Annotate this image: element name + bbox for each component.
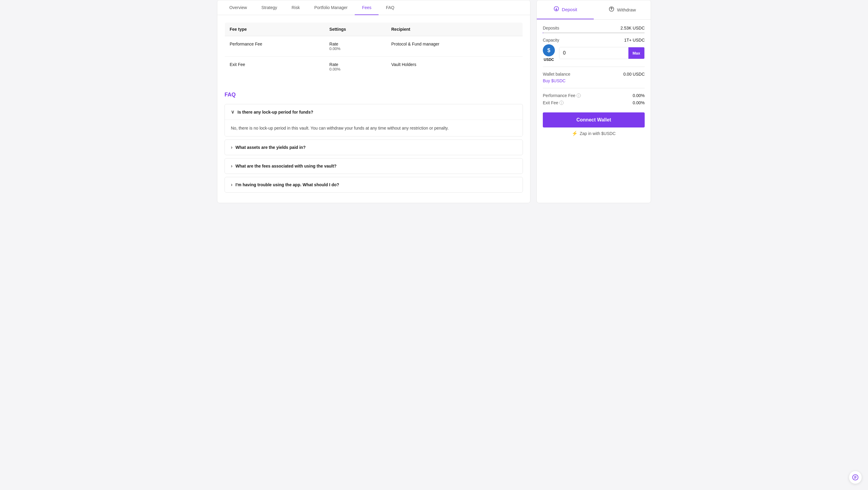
tab-deposit[interactable]: Deposit xyxy=(537,0,594,19)
info-icon[interactable]: i xyxy=(559,101,564,105)
zap-row[interactable]: ⚡ Zap in with $USDC xyxy=(543,130,645,136)
wallet-balance-value: 0.00 USDC xyxy=(623,72,645,76)
tab-risk[interactable]: Risk xyxy=(284,0,307,15)
capacity-row: Capacity 1T+ USDC xyxy=(543,38,645,42)
progress-bar-fill xyxy=(543,32,543,33)
deposits-row: Deposits 2.53K USDC xyxy=(543,26,645,30)
tab-strategy[interactable]: Strategy xyxy=(254,0,284,15)
col-recipient: Recipient xyxy=(386,23,523,36)
fee-settings-performance: Rate 0.00% xyxy=(324,36,386,57)
col-settings: Settings xyxy=(324,23,386,36)
tab-fees[interactable]: Fees xyxy=(355,0,378,15)
exit-fee-row: Exit Fee i 0.00% xyxy=(543,100,645,105)
faq-question-trouble[interactable]: › I'm having trouble using the app. What… xyxy=(225,177,523,192)
table-row: Exit Fee Rate 0.00% Vault Holders xyxy=(225,57,523,77)
deposits-value: 2.53K USDC xyxy=(621,26,645,30)
wallet-balance-label: Wallet balance xyxy=(543,72,570,76)
divider xyxy=(543,67,645,67)
fee-recipient-performance: Protocol & Fund manager xyxy=(386,36,523,57)
deposits-label: Deposits xyxy=(543,26,559,30)
zap-label: Zap in with $USDC xyxy=(580,131,615,136)
faq-question-text: I'm having trouble using the app. What s… xyxy=(236,182,339,187)
main-panel: Overview Strategy Risk Portfolio Manager… xyxy=(217,0,530,203)
faq-item-fees: › What are the fees associated with usin… xyxy=(224,158,523,174)
withdraw-tab-label: Withdraw xyxy=(617,7,636,12)
capacity-value: 1T+ USDC xyxy=(624,38,645,42)
fee-recipient-exit: Vault Holders xyxy=(386,57,523,77)
faq-section: FAQ ∨ Is there any lock-up period for fu… xyxy=(217,84,530,203)
usdc-icon: $ xyxy=(543,44,555,56)
chevron-right-icon: › xyxy=(231,182,232,187)
nav-tabs: Overview Strategy Risk Portfolio Manager… xyxy=(217,0,530,15)
fees-section: Fee type Settings Recipient Performance … xyxy=(217,15,530,84)
table-row: Performance Fee Rate 0.00% Protocol & Fu… xyxy=(225,36,523,57)
zap-icon: ⚡ xyxy=(572,130,578,136)
amount-input[interactable] xyxy=(559,47,628,59)
faq-item-trouble: › I'm having trouble using the app. What… xyxy=(224,177,523,192)
faq-answer-lockup: No, there is no lock-up period in this v… xyxy=(225,120,523,136)
performance-fee-row: Performance Fee i 0.00% xyxy=(543,93,645,98)
chevron-right-icon: › xyxy=(231,163,232,169)
exit-fee-label: Exit Fee i xyxy=(543,100,564,105)
capacity-label: Capacity xyxy=(543,38,559,42)
max-button[interactable]: Max xyxy=(628,47,644,59)
usdc-input-row: $ USDC Max xyxy=(543,44,645,62)
chevron-down-icon: ∨ xyxy=(231,109,235,115)
fees-table: Fee type Settings Recipient Performance … xyxy=(224,22,523,77)
chevron-right-icon: › xyxy=(231,145,232,150)
tab-withdraw[interactable]: Withdraw xyxy=(594,0,651,19)
fee-type-performance: Performance Fee xyxy=(225,36,324,57)
buy-usdc-link[interactable]: Buy $USDC xyxy=(543,78,565,83)
tab-overview[interactable]: Overview xyxy=(222,0,254,15)
tab-portfolio-manager[interactable]: Portfolio Manager xyxy=(307,0,355,15)
usdc-icon-wrapper: $ USDC xyxy=(543,44,555,62)
right-panel: Deposit Withdraw Deposits 2.53K USDC xyxy=(536,0,651,203)
connect-wallet-button[interactable]: Connect Wallet xyxy=(543,113,645,127)
deposit-tab-label: Deposit xyxy=(562,7,577,12)
faq-item-lockup: ∨ Is there any lock-up period for funds?… xyxy=(224,104,523,136)
wallet-balance-row: Wallet balance 0.00 USDC xyxy=(543,72,645,76)
fee-settings-exit: Rate 0.00% xyxy=(324,57,386,77)
faq-question-text: Is there any lock-up period for funds? xyxy=(238,110,313,115)
deposits-progress-bar xyxy=(543,32,645,33)
info-icon[interactable]: i xyxy=(577,93,581,98)
performance-fee-value: 0.00% xyxy=(632,93,645,98)
performance-fee-label: Performance Fee i xyxy=(543,93,581,98)
amount-input-container: Max xyxy=(559,47,645,59)
faq-question-text: What assets are the yields paid in? xyxy=(236,145,306,150)
faq-question-lockup[interactable]: ∨ Is there any lock-up period for funds? xyxy=(225,104,523,120)
withdraw-icon xyxy=(609,6,615,13)
deposit-icon xyxy=(553,6,559,13)
tab-faq[interactable]: FAQ xyxy=(378,0,401,15)
col-fee-type: Fee type xyxy=(225,23,324,36)
faq-question-text: What are the fees associated with using … xyxy=(236,164,336,169)
faq-item-yields: › What assets are the yields paid in? xyxy=(224,140,523,155)
faq-question-yields[interactable]: › What assets are the yields paid in? xyxy=(225,140,523,155)
action-tabs: Deposit Withdraw xyxy=(537,0,651,20)
divider-2 xyxy=(543,88,645,88)
panel-body: Deposits 2.53K USDC Capacity 1T+ USDC $ … xyxy=(537,20,651,142)
faq-title: FAQ xyxy=(224,92,523,98)
exit-fee-value: 0.00% xyxy=(632,100,645,105)
usdc-symbol: USDC xyxy=(544,58,554,62)
fee-type-exit: Exit Fee xyxy=(225,57,324,77)
faq-question-fees[interactable]: › What are the fees associated with usin… xyxy=(225,158,523,174)
